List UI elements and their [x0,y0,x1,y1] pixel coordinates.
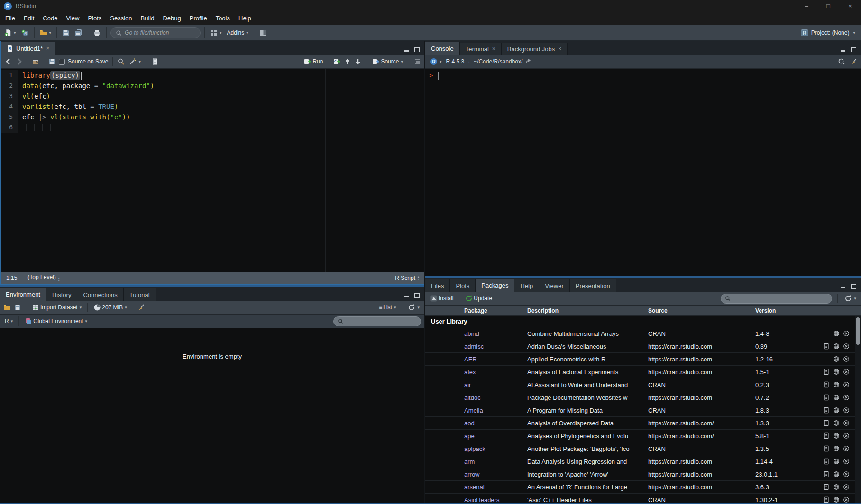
scrollbar-thumb[interactable] [856,317,860,345]
remove-package-icon[interactable] [843,471,850,477]
header-description[interactable]: Description [527,306,648,315]
save-all-button[interactable] [73,28,84,37]
find-replace-icon[interactable] [117,58,125,65]
refresh-environment-button[interactable]: ▾ [406,303,421,312]
new-project-button[interactable]: R [20,28,30,37]
code-line-3[interactable]: 3vl(efc) [1,91,424,101]
header-package[interactable]: Package [464,306,527,315]
run-previous-icon[interactable] [344,58,351,65]
tab-background-jobs[interactable]: Background Jobs× [502,43,568,55]
pane-minimize-button[interactable] [841,284,846,289]
website-globe-icon[interactable] [833,445,840,452]
pane-maximize-button[interactable] [414,47,420,52]
menu-item-tools[interactable]: Tools [211,12,234,25]
remove-package-icon[interactable] [843,407,850,414]
website-globe-icon[interactable] [833,381,840,388]
menu-item-profile[interactable]: Profile [185,12,211,25]
package-row[interactable]: altdoc Package Documentation Websites w … [425,391,861,404]
pane-minimize-button[interactable] [404,47,410,52]
print-button[interactable] [92,28,102,37]
minimize-button[interactable]: – [796,0,817,12]
maximize-button[interactable]: □ [817,0,839,12]
remove-package-icon[interactable] [843,432,850,439]
tab-connections[interactable]: Connections [77,288,123,301]
code-line-4[interactable]: 4varlist(efc, tbl = TRUE) [1,101,424,112]
remove-package-icon[interactable] [843,496,850,503]
menu-item-file[interactable]: File [1,12,19,25]
clear-environment-broom-icon[interactable] [137,304,145,311]
document-outline-icon[interactable] [413,58,421,65]
new-file-button[interactable]: ▾ [3,28,18,37]
menu-item-debug[interactable]: Debug [158,12,185,25]
project-menu-button[interactable]: R Project: (None) ▾ [801,29,858,36]
package-name-link[interactable]: aod [464,420,527,427]
package-row[interactable]: AER Applied Econometrics with R https://… [425,353,861,366]
package-name-link[interactable]: arrow [464,471,527,478]
code-line-1[interactable]: 1library(spicy) [1,70,424,81]
forward-icon[interactable] [15,58,23,65]
packages-scrollbar[interactable] [855,316,861,503]
tab-packages[interactable]: Packages [476,279,514,292]
manual-doc-icon[interactable] [823,458,830,465]
save-icon[interactable] [48,58,56,65]
package-name-link[interactable]: arsenal [464,484,527,491]
website-globe-icon[interactable] [833,369,840,375]
website-globe-icon[interactable] [833,420,840,426]
packages-search-input[interactable] [733,295,804,302]
packages-search[interactable] [721,294,832,304]
rerun-icon[interactable] [333,58,341,65]
remove-package-icon[interactable] [843,394,850,401]
package-name-link[interactable]: abind [464,330,527,337]
website-globe-icon[interactable] [833,356,840,362]
open-in-new-window-icon[interactable] [32,58,39,65]
menu-item-session[interactable]: Session [106,12,136,25]
website-globe-icon[interactable] [833,432,840,439]
manual-doc-icon[interactable] [823,381,830,388]
package-row[interactable]: AsioHeaders 'Asio' C++ Header Files CRAN… [425,494,861,503]
package-row[interactable]: afex Analysis of Factorial Experiments h… [425,366,861,378]
goto-file-search[interactable] [110,27,201,38]
remove-package-icon[interactable] [843,381,850,388]
remove-package-icon[interactable] [843,343,850,350]
manual-doc-icon[interactable] [823,407,830,414]
code-tools-button[interactable]: ▾ [128,57,142,66]
tab-untitled1[interactable]: R Untitled1* × [1,42,55,55]
scope-selector[interactable]: (Top Level)▲▼ [27,274,60,282]
manual-doc-icon[interactable] [823,394,830,401]
pane-minimize-button[interactable] [841,47,846,52]
remove-package-icon[interactable] [843,445,850,452]
menu-item-help[interactable]: Help [234,12,256,25]
r-version-button[interactable]: R ▾ [429,57,443,66]
package-row[interactable]: abind Combine Multidimensional Arrays CR… [425,327,861,340]
code-editor[interactable]: 1library(spicy)2data(efc, package = "dat… [1,69,424,272]
language-selector[interactable]: R ▾ [3,317,14,325]
compile-report-icon[interactable] [151,58,159,65]
package-name-link[interactable]: AER [464,356,527,363]
package-name-link[interactable]: Amelia [464,407,527,414]
package-name-link[interactable]: aplpack [464,445,527,452]
tab-plots[interactable]: Plots [450,279,476,292]
package-name-link[interactable]: air [464,381,527,388]
package-row[interactable]: ape Analyses of Phylogenetics and Evolu … [425,430,861,442]
save-workspace-icon[interactable] [14,304,21,311]
goto-directory-icon[interactable] [525,58,532,65]
pane-maximize-button[interactable] [851,47,856,52]
remove-package-icon[interactable] [843,420,850,426]
import-dataset-button[interactable]: Import Dataset ▾ [30,303,83,312]
package-row[interactable]: arm Data Analysis Using Regression and h… [425,455,861,468]
refresh-packages-button[interactable]: ▾ [843,294,858,303]
update-button[interactable]: Update [464,294,494,303]
pane-layout-button[interactable] [258,28,268,37]
website-globe-icon[interactable] [833,343,840,350]
code-line-2[interactable]: 2data(efc, package = "datawizard") [1,81,424,91]
back-icon[interactable] [5,58,12,65]
remove-package-icon[interactable] [843,484,850,490]
code-line-6[interactable]: 6 [1,122,424,133]
tab-console[interactable]: Console [425,42,460,55]
source-on-save-checkbox[interactable] [59,59,65,65]
website-globe-icon[interactable] [833,458,840,465]
environment-search-input[interactable] [346,318,417,324]
website-globe-icon[interactable] [833,394,840,401]
menu-item-build[interactable]: Build [137,12,159,25]
package-name-link[interactable]: afex [464,369,527,376]
